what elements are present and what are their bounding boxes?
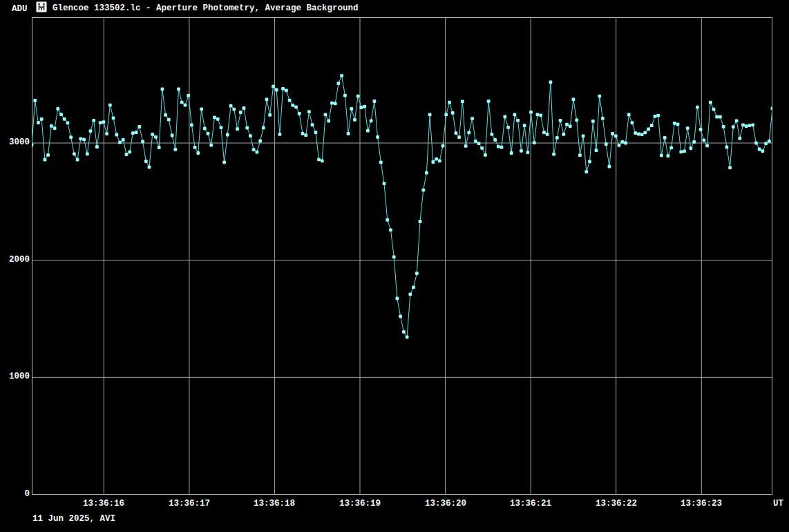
data-point-marker: [376, 135, 379, 139]
data-point-marker: [732, 125, 735, 129]
data-point-marker: [50, 124, 53, 128]
data-point-marker: [526, 151, 529, 154]
data-point-marker: [506, 126, 510, 129]
recording-date-label: 11 Jun 2025, AVI: [32, 514, 115, 524]
data-point-marker: [523, 124, 526, 127]
data-point-marker: [360, 106, 363, 109]
y-tick-label: 1000: [0, 372, 30, 382]
data-point-marker: [294, 105, 298, 108]
plot-frame: [32, 18, 772, 495]
data-point-marker: [148, 165, 151, 169]
data-point-marker: [768, 140, 771, 143]
data-point-marker: [559, 119, 562, 122]
data-point-marker: [464, 144, 468, 148]
data-point-marker: [298, 112, 301, 115]
data-point-marker: [99, 121, 102, 124]
data-point-marker: [552, 153, 555, 156]
data-point-marker: [343, 94, 347, 97]
data-point-marker: [480, 146, 484, 150]
data-point-marker: [141, 140, 144, 144]
data-point-marker: [389, 229, 392, 232]
data-point-marker: [258, 140, 262, 143]
data-point-marker: [696, 106, 699, 109]
data-point-marker: [673, 122, 676, 125]
data-point-marker: [624, 142, 627, 145]
data-point-marker: [578, 153, 582, 157]
x-tick-label: 13:36:17: [162, 499, 217, 509]
data-point-marker: [491, 133, 494, 136]
data-point-marker: [135, 131, 138, 134]
data-point-marker: [748, 124, 752, 127]
data-point-marker: [278, 133, 282, 136]
data-point-marker: [265, 97, 269, 101]
data-point-marker: [115, 133, 118, 137]
data-point-marker: [686, 126, 690, 130]
data-point-marker: [588, 160, 591, 163]
data-point-marker: [771, 106, 772, 110]
data-point-marker: [337, 82, 341, 85]
data-point-marker: [125, 153, 129, 156]
data-point-marker: [497, 145, 500, 149]
data-point-marker: [161, 88, 164, 91]
y-tick-label: 3000: [0, 137, 30, 148]
data-point-marker: [301, 132, 305, 135]
data-point-marker: [226, 133, 229, 137]
light-curve-line: [32, 76, 772, 337]
data-point-marker: [683, 150, 686, 153]
data-point-marker: [373, 99, 377, 103]
data-point-marker: [171, 134, 174, 137]
data-point-marker: [474, 140, 477, 143]
data-point-marker: [53, 126, 57, 130]
data-point-marker: [406, 335, 409, 339]
data-point-marker: [203, 127, 207, 131]
data-point-marker: [307, 110, 311, 113]
data-point-marker: [549, 81, 553, 84]
data-point-marker: [396, 296, 399, 300]
light-curve-chart: [32, 17, 772, 495]
data-point-marker: [432, 160, 435, 164]
data-point-marker: [144, 160, 148, 163]
x-tick-label: 13:36:21: [503, 499, 558, 509]
data-point-marker: [435, 158, 438, 161]
data-point-marker: [285, 89, 288, 93]
x-axis-unit-label: UT: [763, 499, 783, 509]
data-point-marker: [654, 115, 657, 118]
data-point-marker: [314, 131, 318, 134]
data-point-marker: [546, 133, 549, 136]
data-point-marker: [758, 148, 761, 151]
data-point-marker: [614, 135, 618, 138]
data-point-marker: [272, 85, 275, 88]
data-point-marker: [425, 171, 428, 175]
data-point-marker: [177, 88, 180, 91]
data-point-marker: [327, 120, 330, 123]
data-point-marker: [467, 131, 470, 134]
data-point-marker: [643, 131, 647, 134]
x-tick-label: 13:36:23: [674, 499, 729, 509]
data-point-marker: [386, 218, 389, 222]
data-point-marker: [408, 293, 412, 296]
data-point-marker: [533, 141, 536, 144]
data-point-marker: [288, 99, 292, 102]
data-point-marker: [412, 286, 415, 289]
data-point-marker: [92, 119, 95, 122]
data-point-marker: [193, 146, 197, 149]
data-point-marker: [419, 220, 422, 223]
data-point-marker: [207, 132, 210, 135]
light-curve-plot-area: [32, 17, 772, 495]
data-point-marker: [722, 125, 725, 129]
data-point-marker: [415, 272, 419, 275]
x-tick-label: 13:36:16: [76, 499, 131, 509]
y-tick-label: 0: [0, 489, 30, 500]
data-point-marker: [647, 128, 650, 131]
data-point-marker: [370, 119, 373, 122]
data-point-marker: [363, 105, 366, 108]
data-point-marker: [516, 119, 520, 122]
data-point-marker: [660, 154, 663, 158]
data-point-marker: [738, 137, 741, 140]
data-point-marker: [200, 107, 203, 111]
y-tick-label: 2000: [0, 255, 30, 265]
data-point-marker: [575, 118, 578, 122]
data-point-marker: [470, 117, 474, 120]
data-point-marker: [690, 146, 693, 150]
data-point-marker: [451, 111, 455, 115]
